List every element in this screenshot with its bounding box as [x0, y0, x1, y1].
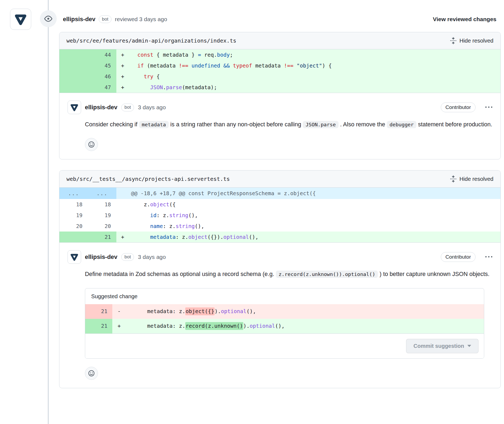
inline-code: metadata [139, 121, 169, 128]
hide-resolved-label: Hide resolved [460, 176, 493, 182]
new-line-number: 18 [88, 199, 116, 210]
new-line-number: 20 [88, 221, 116, 232]
review-thread-card: web/src/ee/features/admin-api/organizati… [59, 32, 501, 159]
review-header: ellipsis-dev bot reviewed 3 days ago Vie… [63, 0, 496, 23]
hide-resolved-button[interactable]: Hide resolved [450, 37, 493, 44]
new-line-number: ... [88, 188, 116, 199]
line-number: 21 [85, 304, 112, 319]
comment-author-avatar[interactable] [68, 250, 81, 264]
old-line-number: ... [59, 188, 88, 199]
old-line-number: 20 [59, 221, 88, 232]
diff-sign [116, 188, 129, 199]
diff-sign: - [112, 304, 126, 319]
inline-code: debugger [387, 121, 416, 128]
new-line-number: 19 [88, 210, 116, 221]
smiley-icon [88, 141, 95, 148]
old-line-number [59, 82, 88, 93]
code-line: try { [129, 71, 500, 82]
diff-line: 45+ if (metadata !== undefined && typeof… [59, 60, 500, 71]
file-path[interactable]: web/src/__tests__/async/projects-api.ser… [66, 176, 230, 182]
suggestion-footer: Commit suggestion [85, 333, 484, 358]
eye-icon [44, 15, 52, 23]
new-line-number: 45 [88, 60, 116, 71]
diff-line: 2020 name: z.string(), [59, 221, 500, 232]
code-line: z.object({ [129, 199, 500, 210]
comment-timestamp[interactable]: 3 days ago [138, 104, 166, 111]
file-header: web/src/ee/features/admin-api/organizati… [59, 32, 500, 49]
diff-sign: + [116, 49, 129, 60]
kebab-horizontal-icon [485, 253, 492, 261]
comment-timestamp[interactable]: 3 days ago [138, 254, 166, 260]
ellipsis-dev-logo-icon [70, 252, 79, 262]
diff-line: 1818 z.object({ [59, 199, 500, 210]
comment-content: Consider checking if metadata is a strin… [85, 120, 492, 151]
bot-badge: bot [121, 104, 134, 111]
code-line: id: z.string(), [129, 210, 500, 221]
view-reviewed-changes-link[interactable]: View reviewed changes [433, 16, 496, 23]
kebab-horizontal-icon [485, 104, 492, 111]
new-line-number: 47 [88, 82, 116, 93]
file-header: web/src/__tests__/async/projects-api.ser… [59, 171, 500, 188]
add-reaction-button[interactable] [85, 138, 98, 151]
comment-header: ellipsis-dev bot 3 days ago Contributor [68, 250, 492, 264]
review-comment: ellipsis-dev bot 3 days ago Contributor … [59, 93, 500, 159]
diff-sign: + [112, 319, 126, 333]
ellipsis-dev-logo-icon [70, 103, 79, 112]
comment-author-avatar[interactable] [68, 101, 81, 114]
diff-table: ......@@ -18,6 +18,7 @@ const ProjectRes… [59, 188, 500, 242]
diff-line: 1919 id: z.string(), [59, 210, 500, 221]
reviewer-avatar[interactable] [10, 9, 31, 30]
file-path[interactable]: web/src/ee/features/admin-api/organizati… [66, 37, 236, 44]
suggested-change-title: Suggested change [85, 288, 484, 304]
ellipsis-dev-logo-icon [14, 12, 28, 26]
bot-badge: bot [99, 15, 112, 23]
diff-line: 46+ try { [59, 71, 500, 82]
smiley-icon [88, 370, 95, 377]
comment-author-name[interactable]: ellipsis-dev [85, 253, 117, 261]
code-line: name: z.string(), [129, 221, 500, 232]
review-action-text: reviewed 3 days ago [115, 16, 167, 23]
comment-options-button[interactable] [485, 104, 492, 111]
reviewer-name[interactable]: ellipsis-dev [63, 16, 95, 23]
comment-options-button[interactable] [485, 253, 492, 261]
commit-suggestion-label: Commit suggestion [413, 343, 464, 349]
review-comment: ellipsis-dev bot 3 days ago Contributor … [59, 242, 500, 388]
old-line-number [59, 49, 88, 60]
old-line-number: 18 [59, 199, 88, 210]
old-line-number [59, 60, 88, 71]
hide-resolved-label: Hide resolved [460, 37, 493, 44]
add-reaction-button[interactable] [85, 367, 98, 380]
comment-author-name[interactable]: ellipsis-dev [85, 104, 117, 111]
code-line: JSON.parse(metadata); [129, 82, 500, 93]
code-line: metadata: z.record(z.unknown()).optional… [126, 319, 484, 333]
review-thread-card: web/src/__tests__/async/projects-api.ser… [59, 170, 501, 388]
line-number: 21 [85, 319, 112, 333]
code-line: metadata: z.object({}).optional(), [129, 232, 500, 242]
word-diff-highlight: record(z.unknown() [185, 322, 243, 330]
caret-down-icon [467, 345, 471, 347]
code-line: if (metadata !== undefined && typeof met… [129, 60, 500, 71]
diff-line: 44+ const { metadata } = req.body; [59, 49, 500, 60]
diff-sign [116, 210, 129, 221]
code-line: const { metadata } = req.body; [129, 49, 500, 60]
review-event-badge [40, 10, 57, 27]
commit-suggestion-button[interactable]: Commit suggestion [406, 339, 479, 353]
hide-resolved-button[interactable]: Hide resolved [450, 175, 493, 182]
inline-code: z.record(z.unknown()).optional() [276, 271, 378, 278]
fold-icon [450, 37, 457, 44]
contributor-badge: Contributor [441, 102, 476, 112]
old-line-number [59, 71, 88, 82]
diff-line: ......@@ -18,6 +18,7 @@ const ProjectRes… [59, 188, 500, 199]
diff-line: 21+ metadata: z.object({}).optional(), [59, 232, 500, 242]
old-line-number [59, 232, 88, 242]
fold-icon [450, 175, 457, 182]
diff-sign: + [116, 232, 129, 242]
diff-sign: + [116, 82, 129, 93]
new-line-number: 21 [88, 232, 116, 242]
suggestion-diff: 21- metadata: z.object({}).optional(),21… [85, 304, 484, 333]
code-line: metadata: z.object({}).optional(), [126, 304, 484, 319]
comment-body: Define metadata in Zod schemas as option… [85, 269, 492, 280]
contributor-badge: Contributor [441, 252, 476, 262]
code-line: @@ -18,6 +18,7 @@ const ProjectResponseS… [129, 188, 500, 199]
word-diff-highlight: object({} [185, 307, 215, 315]
